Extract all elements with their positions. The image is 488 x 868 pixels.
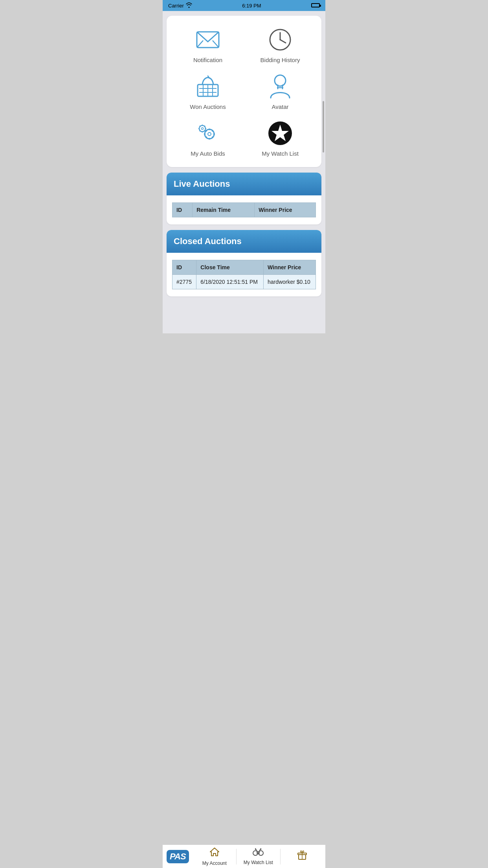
live-auctions-body: ID Remain Time Winner Price bbox=[167, 195, 321, 224]
closed-auction-row: #2775 6/18/2020 12:51:51 PM hardworker $… bbox=[172, 275, 316, 289]
person-icon bbox=[266, 73, 294, 100]
carrier-info: Carrier bbox=[168, 2, 192, 9]
svg-point-18 bbox=[208, 132, 211, 136]
closed-row-id: #2775 bbox=[172, 275, 196, 289]
live-auctions-title: Live Auctions bbox=[174, 179, 230, 189]
svg-line-26 bbox=[206, 137, 207, 138]
star-icon bbox=[266, 120, 294, 147]
my-watch-list-label: My Watch List bbox=[262, 150, 299, 157]
closed-row-winner: hardworker $0.10 bbox=[263, 275, 316, 289]
closed-col-winner: Winner Price bbox=[263, 260, 316, 275]
time-display: 6:19 PM bbox=[242, 3, 261, 9]
menu-item-my-watch-list[interactable]: My Watch List bbox=[246, 120, 314, 157]
svg-line-2 bbox=[213, 40, 219, 48]
svg-line-34 bbox=[204, 131, 205, 131]
won-auctions-label: Won Auctions bbox=[190, 103, 226, 110]
scrollbar-track[interactable] bbox=[323, 15, 325, 302]
menu-item-my-auto-bids[interactable]: My Auto Bids bbox=[174, 120, 242, 157]
live-auctions-section: Live Auctions ID Remain Time Winner Pric… bbox=[167, 173, 321, 224]
scrollbar-thumb[interactable] bbox=[323, 101, 324, 153]
live-auctions-table: ID Remain Time Winner Price bbox=[172, 202, 316, 217]
menu-item-avatar[interactable]: Avatar bbox=[246, 73, 314, 110]
carrier-label: Carrier bbox=[168, 3, 184, 9]
closed-auctions-section: Closed Auctions ID Close Time Winner Pri… bbox=[167, 230, 321, 296]
closed-auctions-title: Closed Auctions bbox=[174, 236, 242, 246]
closed-col-id: ID bbox=[172, 260, 196, 275]
closed-auctions-body: ID Close Time Winner Price #2775 6/18/20… bbox=[167, 253, 321, 296]
menu-item-bidding-history[interactable]: Bidding History bbox=[246, 26, 314, 63]
menu-item-notification[interactable]: Notification bbox=[174, 26, 242, 63]
svg-line-25 bbox=[212, 131, 213, 132]
svg-line-5 bbox=[280, 40, 286, 43]
envelope-icon bbox=[194, 26, 222, 53]
closed-auctions-table: ID Close Time Winner Price #2775 6/18/20… bbox=[172, 260, 316, 289]
svg-line-24 bbox=[212, 137, 213, 138]
menu-item-won-auctions[interactable]: Won Auctions bbox=[174, 73, 242, 110]
menu-card: Notification Bidding History bbox=[167, 16, 321, 167]
notification-label: Notification bbox=[193, 57, 222, 63]
clock-icon bbox=[266, 26, 294, 53]
basket-icon bbox=[194, 73, 222, 100]
gears-icon bbox=[194, 120, 222, 147]
svg-point-13 bbox=[275, 75, 286, 86]
menu-grid: Notification Bidding History bbox=[172, 23, 316, 160]
closed-col-time: Close Time bbox=[196, 260, 264, 275]
live-col-remain: Remain Time bbox=[193, 203, 255, 217]
svg-line-1 bbox=[197, 40, 203, 48]
bidding-history-label: Bidding History bbox=[261, 57, 300, 63]
status-bar: Carrier 6:19 PM bbox=[163, 0, 325, 11]
main-content: Notification Bidding History bbox=[163, 11, 325, 333]
svg-line-35 bbox=[204, 126, 205, 127]
closed-row-time: 6/18/2020 12:51:51 PM bbox=[196, 275, 264, 289]
svg-point-28 bbox=[202, 128, 204, 130]
svg-line-33 bbox=[200, 126, 200, 127]
avatar-label: Avatar bbox=[272, 103, 288, 110]
live-auctions-header: Live Auctions bbox=[167, 173, 321, 195]
live-auctions-header-row: ID Remain Time Winner Price bbox=[172, 203, 316, 217]
my-auto-bids-label: My Auto Bids bbox=[191, 150, 225, 157]
live-col-id: ID bbox=[172, 203, 193, 217]
closed-auctions-header: Closed Auctions bbox=[167, 230, 321, 253]
svg-line-23 bbox=[206, 131, 207, 132]
battery-display bbox=[311, 3, 320, 9]
wifi-icon bbox=[186, 2, 192, 9]
closed-auctions-header-row: ID Close Time Winner Price bbox=[172, 260, 316, 275]
svg-line-36 bbox=[200, 131, 200, 131]
live-col-winner: Winner Price bbox=[255, 203, 316, 217]
